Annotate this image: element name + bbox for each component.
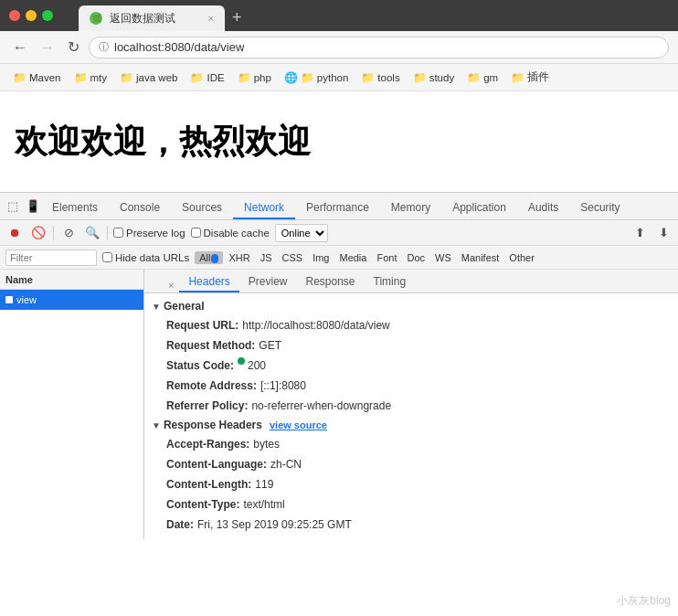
folder-icon: 📁 [301,71,314,84]
devtools: ⬚ 📱 Elements Console Sources Network Per… [0,192,678,539]
tab-sources[interactable]: Sources [171,197,233,219]
detail-row-status: Status Code: 200 [144,356,678,376]
disable-cache-checkbox[interactable] [191,228,201,238]
remote-value: [::1]:8080 [260,377,306,394]
request-item-view[interactable]: view [0,290,143,310]
bookmark-python[interactable]: 🌐 📁 python [279,69,355,86]
filter-media-btn[interactable]: Media [334,251,371,264]
bookmark-java-web[interactable]: 📁 java web [114,69,183,86]
nav-bar: ← → ↻ ⓘ localhost:8080/data/view [0,31,678,64]
disable-cache-label[interactable]: Disable cache [191,228,270,239]
name-column-header: Name [5,274,33,285]
content-length-value: 119 [255,476,273,493]
back-button[interactable]: ← [9,37,31,58]
filter-manifest-btn[interactable]: Manifest [457,251,504,264]
detail-row-accept-ranges: Accept-Ranges: bytes [144,434,678,454]
filter-xhr-btn[interactable]: XHR [224,251,254,264]
disable-cache-text: Disable cache [204,228,270,239]
minimize-button[interactable] [26,10,37,21]
last-modified-label: Last-Modified: [166,536,241,539]
status-dot [238,357,245,365]
referrer-value: no-referrer-when-downgrade [251,398,391,414]
tab-security[interactable]: Security [569,197,630,219]
preserve-log-text: Preserve log [126,228,185,239]
filter-css-btn[interactable]: CSS [278,251,308,264]
tab-favicon [90,12,102,25]
secure-icon: ⓘ [99,40,109,54]
tab-network[interactable]: Network [233,197,295,219]
bookmark-maven[interactable]: 📁 Maven [7,69,67,86]
filter-ws-btn[interactable]: WS [430,251,456,264]
tab-close-button[interactable]: × [208,13,214,24]
preserve-log-checkbox[interactable] [113,228,123,238]
filter-font-btn[interactable]: Font [372,251,401,264]
view-source-link[interactable]: view source [270,420,327,430]
bookmark-study[interactable]: 📁 study [408,69,461,86]
accept-ranges-label: Accept-Ranges: [166,436,249,452]
details-tab-timing[interactable]: Timing [365,272,416,292]
clear-button[interactable]: 🚫 [29,224,48,242]
hide-data-urls-checkbox[interactable] [102,252,112,262]
filter-doc-btn[interactable]: Doc [402,251,429,264]
filter-input[interactable] [5,250,97,266]
throttle-select[interactable]: Online [275,224,328,242]
filter-img-btn[interactable]: Img [308,251,334,264]
network-main: Name view × Headers Preview Response Tim… [0,270,678,539]
address-bar[interactable]: ⓘ localhost:8080/data/view [89,37,669,58]
import-button[interactable]: ⬆ [630,224,649,242]
folder-icon: 📁 [467,71,481,84]
tab-performance[interactable]: Performance [295,197,380,219]
details-tabs: × Headers Preview Response Timing [144,270,678,293]
page-title: 欢迎欢迎，热烈欢迎 [15,120,311,165]
tab-console[interactable]: Console [109,197,171,219]
details-tab-preview[interactable]: Preview [239,272,297,292]
bookmark-gm[interactable]: 📁 gm [461,69,503,86]
device-toolbar-icon[interactable]: 📱 [24,196,42,215]
filter-js-btn[interactable]: JS [256,251,277,264]
date-label: Date: [166,516,194,533]
tab-elements[interactable]: Elements [41,197,109,219]
tab-audits[interactable]: Audits [517,197,569,219]
bookmark-tools[interactable]: 📁 tools [355,69,405,86]
bookmark-php[interactable]: 📁 php [232,69,277,86]
search-icon[interactable]: 🔍 [83,224,101,242]
new-tab-button[interactable]: + [232,8,242,27]
browser-tab[interactable]: 返回数据测试 × [79,5,225,31]
refresh-button[interactable]: ↻ [64,37,83,58]
url-label: Request URL: [166,317,238,334]
preserve-log-label[interactable]: Preserve log [113,228,185,239]
date-value: Fri, 13 Sep 2019 09:25:25 GMT [197,516,352,533]
general-section-header[interactable]: ▼ General [144,297,678,315]
forward-button[interactable]: → [37,37,58,58]
details-close-button[interactable]: × [163,278,179,292]
all-badge [211,254,218,263]
tab-memory[interactable]: Memory [380,197,441,219]
tab-application[interactable]: Application [441,197,517,219]
bookmark-label: study [429,72,455,83]
details-tab-headers[interactable]: Headers [179,272,238,292]
close-button[interactable] [9,10,20,21]
hide-data-urls-label[interactable]: Hide data URLs [102,252,189,263]
record-button[interactable]: ⏺ [5,224,24,242]
details-tab-response[interactable]: Response [296,272,364,292]
remote-label: Remote Address: [166,377,257,394]
bookmark-ide[interactable]: 📁 IDE [185,69,229,86]
filter-all-btn[interactable]: All [195,251,223,264]
folder-icon: 📁 [413,71,427,84]
inspect-element-icon[interactable]: ⬚ [4,196,22,215]
traffic-lights [9,10,53,21]
bookmark-plugin[interactable]: 📁 插件 [505,69,555,86]
python-icon: 🌐 [284,71,298,84]
bookmark-mty[interactable]: 📁 mty [69,69,113,86]
response-headers-section-header[interactable]: ▼ Response Headers view source [144,416,678,434]
status-label: Status Code: [166,357,234,374]
filter-bar: Hide data URLs All XHR JS CSS Img Media … [0,246,678,270]
maximize-button[interactable] [42,10,53,21]
bookmark-label: tools [377,72,399,83]
export-button[interactable]: ⬇ [654,224,673,242]
filter-icon[interactable]: ⊘ [59,224,78,242]
filter-other-btn[interactable]: Other [504,251,539,264]
title-bar: 返回数据测试 × + [0,0,678,31]
folder-icon: 📁 [190,71,204,84]
section-arrow: ▼ [152,420,161,430]
